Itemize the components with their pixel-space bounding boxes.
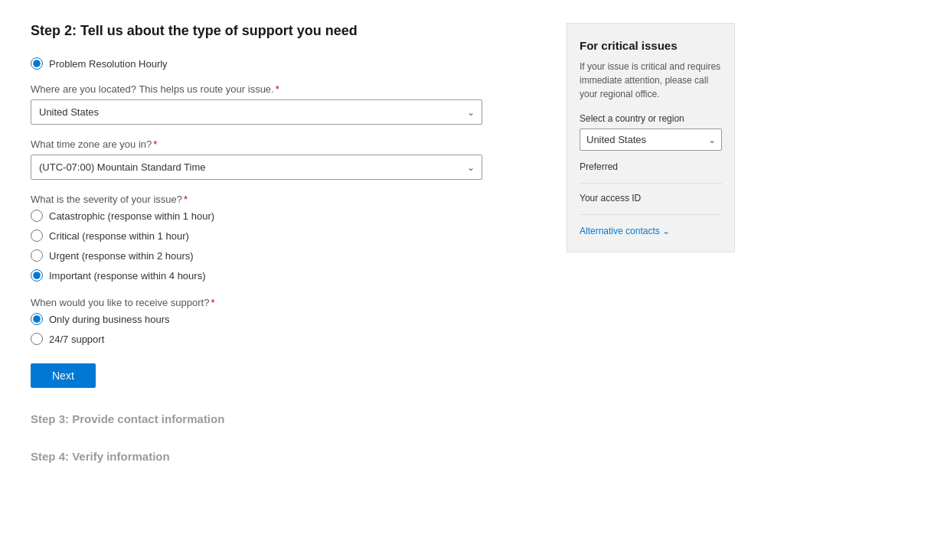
schedule-247-radio[interactable] (31, 333, 43, 345)
sidebar-country-label: Select a country or region (580, 113, 722, 124)
support-type-section: Problem Resolution Hourly (31, 57, 536, 70)
severity-radio-group: Catastrophic (response within 1 hour) Cr… (31, 210, 536, 282)
severity-important-label: Important (response within 4 hours) (49, 270, 205, 282)
support-schedule-radio-group: Only during business hours 24/7 support (31, 313, 536, 345)
support-type-radio[interactable] (31, 57, 43, 70)
sidebar-access-id-label: Your access ID (580, 193, 722, 203)
sidebar: For critical issues If your issue is cri… (567, 23, 735, 252)
timezone-label: What time zone are you in?* (31, 138, 536, 150)
support-type-radio-item[interactable]: Problem Resolution Hourly (31, 57, 536, 70)
sidebar-title: For critical issues (580, 39, 722, 52)
support-type-label: Problem Resolution Hourly (49, 58, 168, 70)
step3-title: Step 3: Provide contact information (31, 412, 536, 425)
schedule-business-hours-label: Only during business hours (49, 314, 170, 325)
sidebar-divider-2 (580, 214, 722, 215)
severity-important-radio[interactable] (31, 269, 43, 282)
sidebar-description: If your issue is critical and requires i… (580, 60, 722, 101)
severity-catastrophic-label: Catastrophic (response within 1 hour) (49, 210, 214, 222)
main-content: Step 2: Tell us about the type of suppor… (31, 23, 567, 537)
severity-urgent-radio[interactable] (31, 249, 43, 262)
step4-title: Step 4: Verify information (31, 450, 536, 463)
sidebar-alt-contacts-link[interactable]: Alternative contacts ⌄ (580, 226, 670, 236)
sidebar-country-select[interactable]: United States Canada United Kingdom (580, 129, 722, 151)
schedule-247[interactable]: 24/7 support (31, 333, 536, 345)
location-select[interactable]: United States Canada United Kingdom Aust… (31, 99, 482, 125)
schedule-business-hours-radio[interactable] (31, 313, 43, 325)
sidebar-country-select-wrapper: United States Canada United Kingdom ⌄ (580, 129, 722, 151)
severity-catastrophic-radio[interactable] (31, 210, 43, 222)
location-select-wrapper: United States Canada United Kingdom Aust… (31, 99, 482, 125)
severity-urgent[interactable]: Urgent (response within 2 hours) (31, 249, 536, 262)
severity-section: What is the severity of your issue?* Cat… (31, 194, 536, 282)
severity-critical-radio[interactable] (31, 230, 43, 242)
sidebar-divider (580, 183, 722, 184)
severity-catastrophic[interactable]: Catastrophic (response within 1 hour) (31, 210, 536, 222)
support-schedule-label: When would you like to receive support?* (31, 297, 536, 308)
timezone-select[interactable]: (UTC-07:00) Mountain Standard Time (UTC-… (31, 155, 482, 180)
severity-urgent-label: Urgent (response within 2 hours) (49, 250, 194, 262)
sidebar-preferred-label: Preferred (580, 161, 722, 172)
location-label: Where are you located? This helps us rou… (31, 83, 536, 95)
severity-important[interactable]: Important (response within 4 hours) (31, 269, 536, 282)
next-button[interactable]: Next (31, 363, 96, 388)
timezone-section: What time zone are you in?* (UTC-07:00) … (31, 138, 536, 180)
schedule-business-hours[interactable]: Only during business hours (31, 313, 536, 325)
severity-label: What is the severity of your issue?* (31, 194, 536, 205)
support-schedule-section: When would you like to receive support?*… (31, 297, 536, 345)
location-section: Where are you located? This helps us rou… (31, 83, 536, 125)
timezone-select-wrapper: (UTC-07:00) Mountain Standard Time (UTC-… (31, 155, 482, 180)
severity-critical[interactable]: Critical (response within 1 hour) (31, 230, 536, 242)
page-title: Step 2: Tell us about the type of suppor… (31, 23, 536, 39)
schedule-247-label: 24/7 support (49, 334, 104, 345)
severity-critical-label: Critical (response within 1 hour) (49, 230, 189, 242)
